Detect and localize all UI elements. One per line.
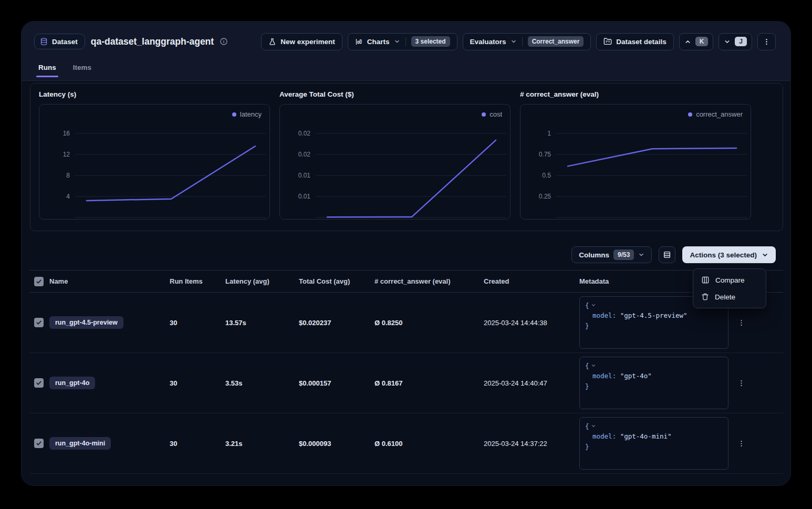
created-value: 2025-03-24 14:40:47 <box>484 379 579 387</box>
folder-icon <box>603 37 612 46</box>
chart-title: Latency (s) <box>39 90 270 98</box>
menu-item-compare[interactable]: Compare <box>696 272 763 288</box>
row-checkbox[interactable] <box>34 378 44 388</box>
bar-chart-icon <box>355 38 363 46</box>
shortcut-key-k: K <box>695 37 709 46</box>
evaluators-button[interactable]: Evaluators Correct_answer <box>463 33 591 50</box>
created-value: 2025-03-24 14:37:22 <box>484 440 579 448</box>
chart-legend[interactable]: correct_answer <box>688 110 743 118</box>
collapse-chevron-icon[interactable] <box>591 303 596 308</box>
trash-icon <box>701 293 709 301</box>
column-header-correct-answer[interactable]: # correct_answer (eval) <box>374 277 484 285</box>
svg-text:8: 8 <box>66 172 70 179</box>
collapse-chevron-icon[interactable] <box>591 363 596 368</box>
run-name-badge[interactable]: run_gpt-4o-mini <box>49 437 111 450</box>
row-checkbox[interactable] <box>34 318 44 327</box>
info-icon[interactable] <box>220 37 228 46</box>
chevron-down-icon <box>511 38 517 45</box>
check-icon <box>36 440 42 446</box>
chart-correct-answer: # correct_answer (eval) 10.750.50.25 cor… <box>520 90 751 220</box>
run-name-badge[interactable]: run_gpt-4o <box>49 377 95 389</box>
chevron-down-icon <box>724 38 731 45</box>
database-icon <box>40 37 48 46</box>
row-height-button[interactable] <box>659 246 675 263</box>
dataset-details-button[interactable]: Dataset details <box>596 33 673 50</box>
table-toolbar: Columns 9/53 Actions (3 selected) <box>571 246 776 263</box>
column-header-latency[interactable]: Latency (avg) <box>225 277 299 285</box>
top-bar: Dataset qa-dataset_langgraph-agent New e… <box>22 22 790 81</box>
legend-dot <box>688 112 692 117</box>
next-run-button[interactable]: J <box>719 33 752 50</box>
evaluators-label: Evaluators <box>470 38 506 46</box>
charts-button[interactable]: Charts 3 selected <box>348 33 457 50</box>
legend-dot <box>482 112 486 117</box>
tab-bar: Runs Items <box>37 64 92 80</box>
latency-value: 3.53s <box>225 379 299 387</box>
metadata-json-viewer[interactable]: { model: "gpt-4o-mini" } <box>579 417 728 470</box>
table-row[interactable]: run_gpt-4o-mini 30 3.21s $0.000093 Ø 0.6… <box>30 413 783 474</box>
actions-label: Actions (3 selected) <box>690 251 757 259</box>
kebab-icon <box>737 440 745 448</box>
created-value: 2025-03-24 14:44:38 <box>484 319 579 327</box>
svg-text:0.5: 0.5 <box>542 172 551 179</box>
correct-answer-line-chart: 10.750.50.25 <box>520 105 752 220</box>
prev-run-button[interactable]: K <box>679 33 714 50</box>
column-header-total-cost[interactable]: Total Cost (avg) <box>299 277 374 285</box>
chart-latency: Latency (s) 161284 latency <box>39 90 270 220</box>
row-actions-button[interactable] <box>734 315 748 330</box>
menu-item-delete[interactable]: Delete <box>696 288 763 305</box>
charts-selected-badge: 3 selected <box>411 36 450 47</box>
columns-label: Columns <box>579 251 609 259</box>
cost-line-chart: 0.020.020.010.01 <box>280 105 511 220</box>
page-title: qa-dataset_langgraph-agent <box>91 36 214 47</box>
table-row[interactable]: run_gpt-4.5-preview 30 13.57s $0.020237 … <box>30 293 783 353</box>
chevron-down-icon <box>638 252 644 258</box>
menu-item-label: Delete <box>715 293 735 301</box>
actions-button[interactable]: Actions (3 selected) <box>682 246 776 263</box>
menu-item-label: Compare <box>715 276 745 284</box>
flask-icon <box>268 38 276 46</box>
check-icon <box>36 319 42 326</box>
evaluators-badge: Correct_answer <box>528 36 584 47</box>
new-experiment-label: New experiment <box>280 38 335 46</box>
metadata-json-viewer[interactable]: { model: "gpt-4o" } <box>579 357 728 409</box>
correct-answer-value: Ø 0.6100 <box>374 440 484 448</box>
svg-text:0.25: 0.25 <box>539 193 551 200</box>
runs-table: Name Run Items Latency (avg) Total Cost … <box>30 270 783 485</box>
row-checkbox[interactable] <box>34 439 44 448</box>
legend-dot <box>232 112 236 117</box>
run-name-badge[interactable]: run_gpt-4.5-preview <box>49 316 123 329</box>
column-header-name[interactable]: Name <box>49 277 170 285</box>
row-actions-button[interactable] <box>734 436 748 451</box>
column-header-created[interactable]: Created <box>484 277 579 285</box>
run-items-value: 30 <box>170 440 225 448</box>
collapse-chevron-icon[interactable] <box>591 423 596 429</box>
svg-text:0.75: 0.75 <box>539 151 551 158</box>
run-items-value: 30 <box>170 379 225 387</box>
columns-count-badge: 9/53 <box>613 250 634 260</box>
total-cost-value: $0.000157 <box>299 379 374 387</box>
chart-title: # correct_answer (eval) <box>520 90 751 98</box>
column-header-run-items[interactable]: Run Items <box>170 277 225 285</box>
title-row: Dataset qa-dataset_langgraph-agent New e… <box>34 33 776 50</box>
table-header-row: Name Run Items Latency (avg) Total Cost … <box>30 271 783 293</box>
select-all-checkbox[interactable] <box>34 277 44 286</box>
check-icon <box>36 380 42 386</box>
more-options-button[interactable] <box>757 33 776 50</box>
svg-text:1: 1 <box>547 130 551 137</box>
legend-label: correct_answer <box>696 110 743 118</box>
new-experiment-button[interactable]: New experiment <box>261 33 342 50</box>
check-icon <box>36 278 42 285</box>
row-actions-button[interactable] <box>734 376 748 390</box>
chart-legend[interactable]: latency <box>232 110 262 118</box>
svg-text:0.02: 0.02 <box>298 130 311 137</box>
columns-button[interactable]: Columns 9/53 <box>571 246 652 263</box>
dataset-type-badge: Dataset <box>34 34 85 49</box>
chart-legend[interactable]: cost <box>482 110 502 118</box>
table-row[interactable]: run_gpt-4o 30 3.53s $0.000157 Ø 0.8167 2… <box>30 353 783 413</box>
tab-items[interactable]: Items <box>72 64 92 80</box>
actions-dropdown-menu: Compare Delete <box>693 268 766 308</box>
total-cost-value: $0.020237 <box>299 319 374 327</box>
tab-runs[interactable]: Runs <box>37 64 57 80</box>
latency-value: 13.57s <box>225 319 299 327</box>
